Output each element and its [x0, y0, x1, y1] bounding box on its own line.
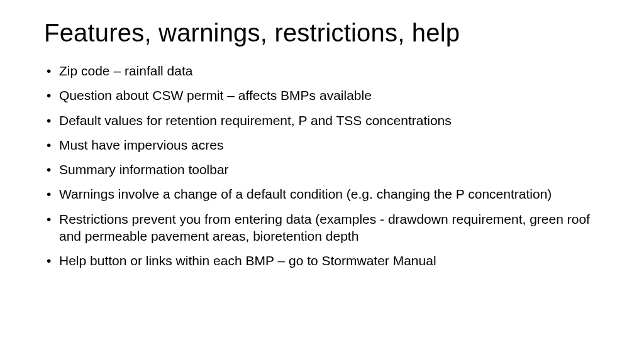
list-item: Help button or links within each BMP – g…	[44, 252, 600, 269]
list-item: Warnings involve a change of a default c…	[44, 185, 600, 202]
list-item: Summary information toolbar	[44, 161, 600, 178]
list-item: Must have impervious acres	[44, 136, 600, 153]
list-item: Zip code – rainfall data	[44, 62, 600, 79]
list-item: Restrictions prevent you from entering d…	[44, 211, 600, 245]
bullet-list: Zip code – rainfall data Question about …	[44, 62, 600, 270]
list-item: Default values for retention requirement…	[44, 112, 600, 129]
list-item: Question about CSW permit – affects BMPs…	[44, 87, 600, 104]
slide-title: Features, warnings, restrictions, help	[44, 19, 600, 47]
